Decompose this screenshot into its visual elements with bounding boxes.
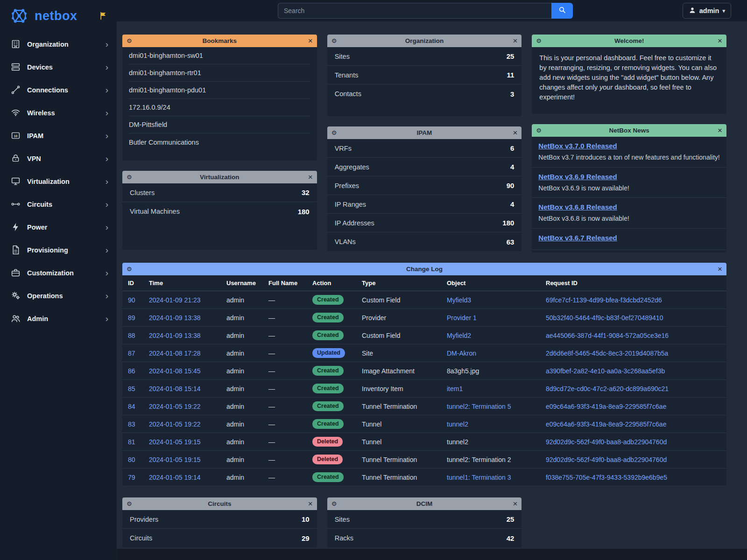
search-button[interactable] bbox=[551, 3, 573, 19]
changelog-object-link[interactable]: 8a3gh5.jpg bbox=[447, 367, 479, 375]
changelog-id-link[interactable]: 87 bbox=[128, 350, 135, 357]
close-icon[interactable]: × bbox=[308, 173, 313, 181]
gear-icon[interactable]: ⚙ bbox=[127, 174, 132, 181]
changelog-time-link[interactable]: 2024-01-09 13:38 bbox=[149, 314, 201, 322]
bookmark-item[interactable]: dmi01-binghamton-sw01 bbox=[129, 47, 310, 64]
changelog-request-id-link[interactable]: 92d02d9c-562f-49f0-baa8-adb22904760d bbox=[546, 438, 667, 446]
bookmark-item[interactable]: DM-Pittsfield bbox=[129, 116, 310, 133]
stat-row[interactable]: VRFs 6 bbox=[327, 139, 522, 158]
changelog-id-link[interactable]: 83 bbox=[128, 420, 135, 428]
changelog-object-link[interactable]: tunnel2: Termination 5 bbox=[447, 403, 511, 410]
sidebar-item-virtualization[interactable]: Virtualization › bbox=[0, 170, 117, 193]
bookmark-item[interactable]: dmi01-binghamton-rtr01 bbox=[129, 64, 310, 82]
changelog-id-link[interactable]: 84 bbox=[128, 403, 135, 410]
flag-icon[interactable] bbox=[99, 11, 108, 21]
gear-icon[interactable]: ⚙ bbox=[127, 266, 132, 273]
gear-icon[interactable]: ⚙ bbox=[331, 37, 337, 44]
gear-icon[interactable]: ⚙ bbox=[127, 37, 132, 44]
changelog-request-id-link[interactable]: 69fce7cf-1139-4d99-bfea-f3dcbd2452d6 bbox=[546, 296, 662, 304]
changelog-id-link[interactable]: 86 bbox=[128, 367, 135, 375]
stat-row[interactable]: Aggregates 4 bbox=[327, 158, 522, 176]
stat-row[interactable]: Providers 10 bbox=[122, 510, 317, 529]
changelog-time-link[interactable]: 2024-01-05 19:15 bbox=[149, 438, 201, 446]
changelog-time-link[interactable]: 2024-01-09 13:38 bbox=[149, 332, 201, 339]
gear-icon[interactable]: ⚙ bbox=[331, 500, 337, 507]
stat-row[interactable]: Circuits 29 bbox=[122, 529, 317, 547]
sidebar-item-vpn[interactable]: VPN › bbox=[0, 147, 117, 170]
sidebar-item-customization[interactable]: Customization › bbox=[0, 261, 117, 284]
changelog-id-link[interactable]: 85 bbox=[128, 385, 135, 392]
changelog-time-link[interactable]: 2024-01-05 19:22 bbox=[149, 403, 201, 410]
stat-row[interactable]: Contacts 3 bbox=[327, 84, 522, 103]
changelog-id-link[interactable]: 88 bbox=[128, 332, 135, 339]
stat-row[interactable]: VLANs 63 bbox=[327, 232, 522, 251]
changelog-request-id-link[interactable]: 2d6d6e8f-5465-45dc-8ec3-2019d4087b5a bbox=[546, 350, 668, 357]
changelog-id-link[interactable]: 80 bbox=[128, 456, 135, 463]
changelog-request-id-link[interactable]: e09c64a6-93f3-419a-8ea9-229585f7c6ae bbox=[546, 403, 666, 410]
changelog-object-link[interactable]: Myfield2 bbox=[447, 332, 471, 339]
news-title-link[interactable]: NetBox v3.7.0 Released bbox=[538, 142, 617, 150]
changelog-time-link[interactable]: 2024-01-05 19:22 bbox=[149, 420, 201, 428]
sidebar-item-admin[interactable]: Admin › bbox=[0, 307, 117, 330]
gear-icon[interactable]: ⚙ bbox=[536, 37, 542, 44]
bookmark-item[interactable]: dmi01-binghamton-pdu01 bbox=[129, 82, 310, 99]
changelog-request-id-link[interactable]: f038e755-705e-47f3-9433-5392b9e6b9e5 bbox=[546, 474, 667, 481]
close-icon[interactable]: × bbox=[308, 500, 313, 508]
changelog-object-link[interactable]: Myfield3 bbox=[447, 296, 471, 304]
changelog-time-link[interactable]: 2024-01-09 21:23 bbox=[149, 296, 201, 304]
netbox-logo[interactable]: netbox bbox=[0, 0, 117, 33]
changelog-id-link[interactable]: 89 bbox=[128, 314, 135, 322]
changelog-object-link[interactable]: tunnel2 bbox=[447, 420, 468, 428]
sidebar-item-wireless[interactable]: Wireless › bbox=[0, 101, 117, 124]
close-icon[interactable]: × bbox=[513, 37, 517, 45]
changelog-id-link[interactable]: 79 bbox=[128, 474, 135, 481]
news-title-link[interactable]: NetBox v3.6.8 Released bbox=[538, 203, 617, 211]
close-icon[interactable]: × bbox=[308, 37, 313, 45]
changelog-request-id-link[interactable]: ae445066-387d-44f1-9084-572a05ce3e16 bbox=[546, 332, 669, 339]
sidebar-item-circuits[interactable]: Circuits › bbox=[0, 193, 117, 216]
changelog-request-id-link[interactable]: 92d02d9c-562f-49f0-baa8-adb22904760d bbox=[546, 456, 667, 463]
stat-row[interactable]: Clusters 32 bbox=[122, 183, 317, 202]
changelog-object-link[interactable]: item1 bbox=[447, 385, 463, 392]
changelog-time-link[interactable]: 2024-01-05 19:14 bbox=[149, 474, 201, 481]
changelog-time-link[interactable]: 2024-01-05 19:15 bbox=[149, 456, 201, 463]
changelog-request-id-link[interactable]: a390fbef-2a82-4e10-aa0a-3c268aa5ef3b bbox=[546, 367, 665, 375]
news-title-link[interactable]: NetBox v3.6.7 Released bbox=[538, 234, 617, 242]
changelog-request-id-link[interactable]: e09c64a6-93f3-419a-8ea9-229585f7c6ae bbox=[546, 420, 666, 428]
changelog-object-link[interactable]: tunnel1: Termination 3 bbox=[447, 474, 511, 481]
stat-row[interactable]: Racks 42 bbox=[327, 529, 522, 547]
changelog-id-link[interactable]: 81 bbox=[128, 438, 135, 446]
changelog-time-link[interactable]: 2024-01-08 17:28 bbox=[149, 350, 201, 357]
gear-icon[interactable]: ⚙ bbox=[536, 127, 542, 134]
changelog-object-link[interactable]: tunnel2 bbox=[447, 438, 468, 446]
close-icon[interactable]: × bbox=[513, 129, 517, 137]
sidebar-item-ipam[interactable]: 10 IPAM › bbox=[0, 124, 117, 147]
user-menu-button[interactable]: admin ▾ bbox=[683, 3, 731, 19]
stat-row[interactable]: IP Ranges 4 bbox=[327, 195, 522, 214]
stat-row[interactable]: Sites 25 bbox=[327, 510, 522, 529]
stat-row[interactable]: Sites 25 bbox=[327, 47, 522, 66]
sidebar-item-connections[interactable]: Connections › bbox=[0, 78, 117, 101]
close-icon[interactable]: × bbox=[718, 126, 722, 134]
changelog-time-link[interactable]: 2024-01-08 15:45 bbox=[149, 367, 201, 375]
search-input[interactable] bbox=[278, 3, 551, 19]
bookmark-item[interactable]: Butler Communications bbox=[129, 133, 310, 151]
stat-row[interactable]: Virtual Machines 180 bbox=[122, 202, 317, 221]
stat-row[interactable]: Prefixes 90 bbox=[327, 176, 522, 195]
changelog-time-link[interactable]: 2024-01-08 15:14 bbox=[149, 385, 201, 392]
changelog-object-link[interactable]: tunnel2: Termination 2 bbox=[447, 456, 511, 463]
changelog-object-link[interactable]: DM-Akron bbox=[447, 350, 476, 357]
stat-row[interactable]: Tenants 11 bbox=[327, 66, 522, 84]
close-icon[interactable]: × bbox=[718, 37, 722, 45]
sidebar-item-provisioning[interactable]: Provisioning › bbox=[0, 238, 117, 261]
news-title-link[interactable]: NetBox v3.6.9 Released bbox=[538, 173, 617, 181]
sidebar-item-devices[interactable]: Devices › bbox=[0, 56, 117, 78]
close-icon[interactable]: × bbox=[513, 500, 517, 508]
gear-icon[interactable]: ⚙ bbox=[127, 500, 132, 507]
sidebar-item-operations[interactable]: Operations › bbox=[0, 284, 117, 307]
gear-icon[interactable]: ⚙ bbox=[331, 129, 337, 136]
bookmark-item[interactable]: 172.16.0.9/24 bbox=[129, 99, 310, 116]
close-icon[interactable]: × bbox=[718, 265, 722, 273]
changelog-request-id-link[interactable]: 8d9cd72e-cd0c-47c2-a620-dc899a690c21 bbox=[546, 385, 669, 392]
changelog-id-link[interactable]: 90 bbox=[128, 296, 135, 304]
